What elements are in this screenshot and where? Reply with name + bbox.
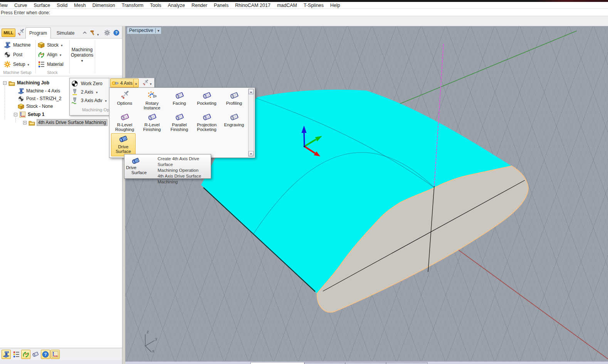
operation-folder-icon (29, 119, 35, 126)
selected-operation-label: 4th Axis Drive Surface Machining (37, 119, 107, 126)
menu-item-help[interactable]: Help (330, 3, 340, 8)
machining-browser-icon (17, 29, 25, 37)
viewport-title[interactable]: Perspective (127, 27, 161, 34)
viewport-tab[interactable] (250, 362, 304, 364)
stock-icon (38, 42, 45, 49)
info-view-button[interactable] (31, 350, 40, 359)
menu-item-surface[interactable]: Surface (34, 3, 50, 8)
menu-item-solid[interactable]: Solid (57, 3, 67, 8)
tree-node-stock[interactable]: Stock - None (18, 103, 53, 110)
tree-guide (5, 84, 5, 119)
machining-objects-button[interactable] (141, 79, 153, 87)
menu-item-rhinocam[interactable]: RhinoCAM 2017 (235, 3, 270, 8)
viewport-tab[interactable] (345, 362, 386, 364)
world-y-axis-line (387, 31, 577, 109)
viewport-tab[interactable] (386, 362, 428, 364)
menu-item-analyze[interactable]: Analyze (168, 3, 185, 8)
post-button[interactable]: Post (4, 50, 22, 59)
menu-item-2-axis[interactable]: 2 Axis (71, 88, 98, 96)
menu-item-tools[interactable]: Tools (150, 3, 161, 8)
settings-gear-icon[interactable] (104, 30, 110, 36)
collapse-expander-icon[interactable]: − (3, 81, 7, 85)
flyout-item-facing[interactable]: Facing (166, 90, 193, 112)
stock-button[interactable]: Stock (38, 41, 63, 49)
axis-z-label: z (147, 330, 149, 334)
machining-job-folder-icon (8, 80, 15, 86)
machining-operations-caret-icon (81, 58, 83, 64)
stock-icon (18, 103, 24, 110)
preferences-hammer-icon[interactable] (90, 30, 96, 36)
four-axis-split-caret[interactable] (134, 79, 139, 87)
flyout-item-rlevel-finishing[interactable]: R-LevelFinishing (138, 112, 166, 133)
post-icon (18, 96, 24, 102)
collapse-panel-icon[interactable] (82, 30, 88, 36)
four-axis-button[interactable]: 4 Axis (110, 79, 134, 87)
viewport-menu-caret-icon[interactable] (158, 28, 160, 33)
menu-item-3-axis-adv[interactable]: 3 Axis Adv (71, 97, 107, 104)
tree-node-machining-job[interactable]: − Machining Job (3, 79, 49, 86)
operations-view-icon (22, 351, 29, 358)
machining-operations-button[interactable]: Machining Operations (70, 40, 94, 70)
flyout-item-engraving[interactable]: Engraving (220, 112, 248, 133)
menu-item-curve[interactable]: Curve (14, 3, 27, 8)
menu-item-transform[interactable]: Transform (122, 3, 144, 8)
resize-grip-icon[interactable]: ⋰ (251, 154, 254, 157)
simulate-view-icon (42, 351, 49, 358)
post-icon (4, 51, 11, 58)
tools-view-button[interactable] (12, 350, 21, 359)
tooltip-text: Create 4th Axis Drive Surface Machining … (158, 156, 211, 185)
two-axis-icon (71, 89, 78, 96)
browser-view-toolbar (0, 348, 122, 360)
help-icon[interactable] (113, 30, 119, 36)
align-button[interactable]: Align (38, 50, 61, 59)
flyout-item-rotary-instance[interactable]: RotaryInstance (138, 90, 166, 112)
tree-node-post[interactable]: Post - STRIZH_2 (18, 95, 61, 102)
flyout-item-pocketing[interactable]: Pocketing (193, 90, 220, 112)
simulate-view-button[interactable] (41, 350, 50, 359)
menu-item-mesh[interactable]: Mesh (74, 3, 86, 8)
menu-item-madcam[interactable]: madCAM (277, 3, 297, 8)
expand-expander-icon[interactable]: + (23, 121, 27, 124)
menu-item-tsplines[interactable]: T-Splines (304, 3, 324, 8)
tree-node-setup[interactable]: − Setup 1 (14, 111, 44, 118)
preferences-caret-icon[interactable] (97, 30, 99, 37)
setup-view-button[interactable] (50, 350, 60, 359)
perspective-viewport[interactable]: Perspective z y x (125, 26, 608, 361)
machining-job-tree: − Machining Job Machine - 4 Axis Post - … (0, 76, 122, 348)
setup-button[interactable]: Setup (4, 60, 29, 69)
tab-simulate[interactable]: Simulate (52, 27, 79, 39)
menu-item-dimension[interactable]: Dimension (92, 3, 115, 8)
flyout-item-parallel-finishing[interactable]: ParallelFinishing (166, 112, 193, 133)
machining-objects-icon (142, 80, 149, 86)
operations-view-button[interactable] (21, 350, 30, 359)
menu-item-render[interactable]: Render (191, 3, 207, 8)
parallel-finishing-icon (175, 112, 184, 122)
tooltip-icon-label: Surface (131, 170, 156, 175)
tree-node-machine[interactable]: Machine - 4 Axis (18, 87, 60, 94)
two-axis-caret-icon (96, 89, 98, 95)
flyout-scrollbar[interactable]: ▲ ▼ (248, 89, 254, 157)
scroll-up-button[interactable]: ▲ (249, 89, 254, 94)
tab-program[interactable]: Program (25, 27, 51, 39)
menu-item-work-zero[interactable]: Work Zero (71, 80, 102, 87)
tree-node-operation[interactable]: + 4th Axis Drive Surface Machining (23, 119, 107, 126)
menu-item-view[interactable]: View (0, 3, 8, 8)
flyout-item-drive-surface[interactable]: DriveSurface (111, 133, 136, 156)
viewport-tab[interactable] (304, 362, 345, 364)
machine-button[interactable]: Machine (4, 41, 30, 49)
command-prompt[interactable]: Press Enter when done: (0, 9, 608, 16)
flyout-item-options[interactable]: Options (111, 90, 138, 112)
flyout-item-profiling[interactable]: Profiling (220, 90, 248, 112)
group-label-machine-setup: Machine Setup (0, 70, 35, 75)
cam-ribbon: Machine Post Setup Machine Setup Stock A… (0, 39, 122, 76)
mill-module-button[interactable]: MILL (2, 29, 15, 37)
info-view-icon (32, 351, 39, 358)
machine-view-button[interactable] (2, 350, 11, 359)
cplane-axis-indicator: z y x (137, 330, 160, 354)
projection-pocketing-icon (202, 112, 212, 122)
flyout-item-projection-pocketing[interactable]: ProjectionPocketing (193, 112, 220, 133)
material-button[interactable]: Material (38, 60, 64, 69)
collapse-expander-icon[interactable]: − (14, 113, 17, 116)
flyout-item-rlevel-roughing[interactable]: R-LevelRoughing (111, 112, 138, 133)
menu-item-panels[interactable]: Panels (214, 3, 228, 8)
